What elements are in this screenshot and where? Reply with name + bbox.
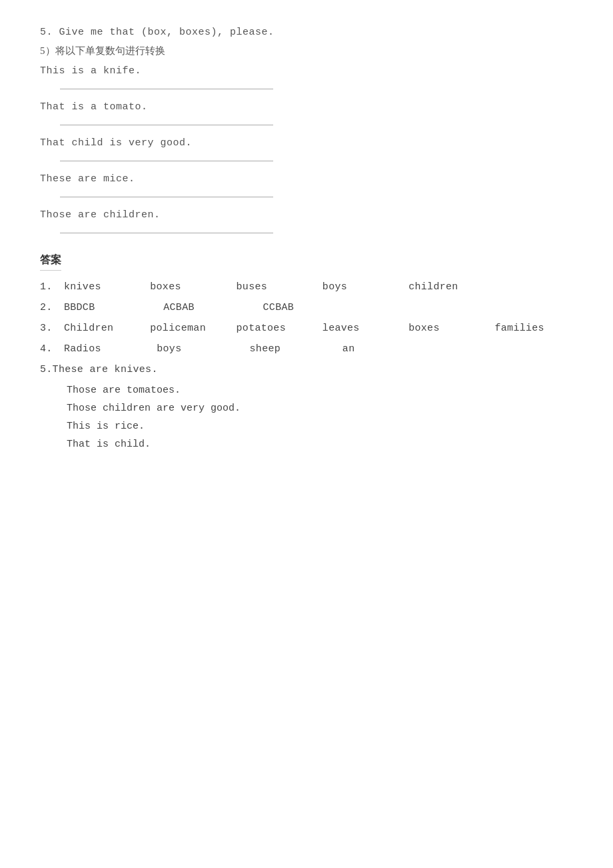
q4-answer-line <box>60 197 273 197</box>
answer-row5-sub3: This is rice. <box>67 421 573 432</box>
answer-row5-sub1: Those are tomatoes. <box>67 385 573 396</box>
answer-row-2: 2. BBDCB ACBAB CCBAB <box>40 302 573 313</box>
answer-row3-label: 3. <box>40 323 53 334</box>
q5-text: Those are children. <box>40 209 573 221</box>
conversion-q4: These are mice. <box>40 173 573 197</box>
answer-row1-item3: buses <box>237 281 303 293</box>
q2-text: That is a tomato. <box>40 101 573 113</box>
answer-row2-label: 2. <box>40 302 53 313</box>
answer-row4-item4: an <box>342 343 409 355</box>
answer-row3-item1: Children <box>64 323 131 334</box>
answer-row4-item1: Radios <box>64 343 131 355</box>
answer-row3-item4: leaves <box>322 323 389 334</box>
answer-row5-label: 5.These are knives. <box>40 364 158 375</box>
answer-row4-label: 4. <box>40 343 53 355</box>
answer-row1-item2: boxes <box>150 281 217 293</box>
answer-row3-item5: boxes <box>408 323 475 334</box>
answer-row5-sub2: Those children are very good. <box>67 403 573 414</box>
question-5-box: 5. Give me that (box, boxes), please. <box>40 27 573 38</box>
answer-section: 答案 1. knives boxes buses boys children 2… <box>40 253 573 450</box>
answer-row3-item6: families <box>494 323 561 334</box>
answer-row-5-label: 5.These are knives. <box>40 364 573 375</box>
q4-text: These are mice. <box>40 173 573 185</box>
answer-row3-item2: policeman <box>150 323 217 334</box>
answer-row5-sub4: That is child. <box>67 439 573 450</box>
answer-row4-item2: boys <box>157 343 223 355</box>
conversion-q3: That child is very good. <box>40 137 573 161</box>
section5-title-container: 5）将以下单复数句进行转换 <box>40 45 573 57</box>
answer-row1-item4: boys <box>322 281 389 293</box>
answer-row1-label: 1. <box>40 281 53 293</box>
question-5-text: 5. Give me that (box, boxes), please. <box>40 27 573 38</box>
q3-text: That child is very good. <box>40 137 573 149</box>
answer-row3-item3: potatoes <box>237 323 303 334</box>
answer-row2-item1: BBDCB <box>64 302 131 313</box>
answer-row1-item1: knives <box>64 281 131 293</box>
conversion-questions: This is a knife. That is a tomato. That … <box>40 65 573 233</box>
q3-answer-line <box>60 161 273 161</box>
answer-row-4: 4. Radios boys sheep an <box>40 343 573 355</box>
answer-row2-item2: ACBAB <box>163 302 230 313</box>
q5-answer-line <box>60 233 273 233</box>
q1-answer-line <box>60 89 273 89</box>
answer-row2-item3: CCBAB <box>263 302 330 313</box>
conversion-q2: That is a tomato. <box>40 101 573 125</box>
answer-row1-item5: children <box>408 281 475 293</box>
q2-answer-line <box>60 125 273 125</box>
answer-row-1: 1. knives boxes buses boys children <box>40 281 573 293</box>
answer-title: 答案 <box>40 253 573 281</box>
q1-text: This is a knife. <box>40 65 573 77</box>
section5-title: 5）将以下单复数句进行转换 <box>40 45 573 57</box>
conversion-q5: Those are children. <box>40 209 573 233</box>
answer-row4-item3: sheep <box>250 343 316 355</box>
answer-row-3: 3. Children policeman potatoes leaves bo… <box>40 323 573 334</box>
conversion-q1: This is a knife. <box>40 65 573 89</box>
